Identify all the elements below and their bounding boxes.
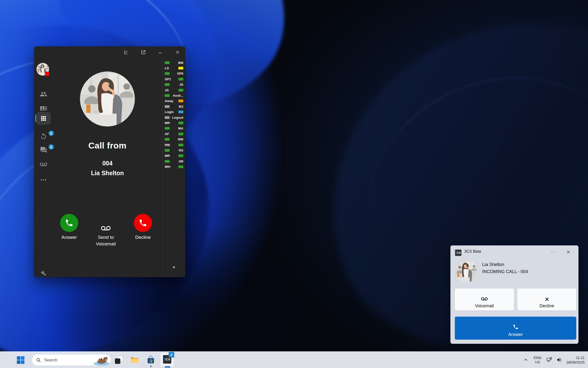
volume-button[interactable]: [556, 357, 563, 363]
app-titlebar[interactable]: [34, 46, 185, 58]
network-button[interactable]: [546, 357, 553, 363]
language-indicator[interactable]: ENG US: [533, 356, 543, 364]
blf-key-label: Logout: [172, 116, 183, 119]
blf-key[interactable]: MR: [163, 153, 185, 159]
toast-more-button[interactable]: ···: [549, 247, 558, 256]
settings-button[interactable]: [34, 268, 53, 279]
blf-key-label: RM: [165, 143, 170, 147]
blf-key[interactable]: LS: [163, 65, 185, 71]
start-button[interactable]: [15, 354, 26, 366]
blf-key-label: RS: [179, 149, 183, 152]
clock-date: 28/05/2025: [566, 360, 585, 365]
sidebar-item-dialpad[interactable]: [34, 112, 53, 125]
voicemail-icon: [40, 161, 47, 168]
answer-phone-icon: [513, 324, 519, 330]
answer-button[interactable]: Answer: [54, 214, 84, 241]
send-to-voicemail-button[interactable]: Send to Voicemail: [91, 214, 120, 247]
toast-call-info: INCOMING CALL - 004: [482, 269, 528, 274]
blf-key[interactable]: BM: [163, 60, 185, 65]
blf-status-led: [165, 149, 170, 152]
blf-key[interactable]: SP1: [163, 76, 185, 82]
sidebar-item-voicemail[interactable]: [34, 159, 53, 170]
3cx-taskbar-button[interactable]: 3CX 2: [160, 353, 174, 367]
language-code: ENG: [534, 356, 542, 360]
blf-status-led: [178, 89, 183, 92]
search-input[interactable]: Search: [32, 354, 111, 366]
blf-key-label: JS: [165, 88, 169, 92]
blf-key[interactable]: RM: [163, 142, 185, 148]
blf-status-led: [178, 67, 183, 69]
network-icon: [546, 357, 552, 363]
answer-label: Answer: [54, 234, 84, 241]
toast-decline-button[interactable]: Decline: [517, 288, 576, 310]
store-button[interactable]: [145, 354, 157, 366]
blf-key-label: Away: [165, 99, 173, 103]
3cx-notification-badge: 2: [169, 352, 174, 357]
blf-key[interactable]: WH: [163, 164, 185, 169]
blf-key-label: WH: [165, 165, 170, 169]
blf-status-led: [165, 138, 170, 141]
blf-key[interactable]: AF: [163, 131, 185, 137]
caller-photo: [80, 71, 135, 126]
blf-list: BMLSSP0SP1JSJSAvail...AwayMJLoginLogoutM…: [163, 60, 185, 170]
blf-status-led: [178, 154, 183, 157]
blf-key[interactable]: RW: [163, 137, 185, 142]
sidebar-item-team[interactable]: [34, 89, 53, 100]
settings-wrench-icon: [41, 271, 46, 276]
blf-status-led: [178, 100, 183, 102]
blf-key[interactable]: MA: [163, 126, 185, 131]
toast-voicemail-button[interactable]: Voicemail: [455, 288, 514, 310]
caller-name: Lia Shelton: [53, 170, 162, 177]
sidebar-item-history[interactable]: 1: [34, 131, 53, 142]
blf-key[interactable]: Avail...: [163, 93, 185, 98]
blf-key[interactable]: Away: [163, 98, 185, 104]
blf-status-led: [178, 111, 183, 113]
minimize-button[interactable]: [156, 48, 164, 56]
call-heading: Call from: [53, 141, 162, 150]
tray-overflow-button[interactable]: [523, 357, 529, 363]
volume-icon: [556, 357, 562, 363]
blf-status-led: [178, 78, 183, 80]
blf-key[interactable]: SP0: [163, 71, 185, 76]
blf-key[interactable]: RS: [163, 148, 185, 153]
voicemail-icon: [101, 226, 111, 232]
task-view-icon: [114, 356, 123, 364]
blf-key[interactable]: MR: [163, 120, 185, 126]
blf-key[interactable]: MJ: [163, 104, 185, 109]
blf-key-label: MR: [165, 154, 170, 158]
toast-decline-label: Decline: [519, 303, 575, 309]
3cx-app-window: 1 1: [34, 46, 185, 277]
blf-page-indicator[interactable]: [173, 266, 175, 268]
team-icon: [40, 91, 47, 98]
queue-statistics-button[interactable]: [122, 48, 130, 56]
toast-close-button[interactable]: [563, 247, 573, 256]
blf-key-label: MJ: [179, 105, 183, 108]
voicemail-label-line2: Voicemail: [96, 241, 116, 246]
toast-voicemail-label: Voicemail: [456, 303, 512, 309]
blf-status-led: [165, 61, 170, 64]
blf-key[interactable]: Login: [163, 109, 185, 115]
search-placeholder: Search: [44, 358, 92, 363]
blf-key-label: Login: [165, 110, 174, 114]
blf-key-label: SP0: [177, 72, 183, 75]
file-explorer-button[interactable]: [129, 354, 141, 366]
sidebar-item-chat[interactable]: 1: [34, 145, 53, 156]
blf-status-led: [178, 133, 183, 135]
blf-key[interactable]: JS: [163, 82, 185, 87]
toast-answer-button[interactable]: Answer: [455, 317, 576, 340]
close-button[interactable]: [173, 48, 182, 56]
blf-key-label: JW: [178, 160, 183, 163]
blf-status-led: [178, 144, 183, 146]
toast-header: 3CX 3CX Beta ···: [450, 245, 578, 258]
clock[interactable]: 11:11 28/05/2025: [566, 355, 585, 365]
user-avatar[interactable]: [36, 63, 49, 76]
blf-key[interactable]: JW: [163, 159, 185, 164]
blf-key[interactable]: JS: [163, 87, 185, 93]
decline-button[interactable]: Decline: [128, 214, 158, 241]
blf-key-label: BM: [178, 61, 183, 65]
sidebar-item-more[interactable]: [34, 174, 53, 185]
task-view-button[interactable]: [113, 354, 125, 366]
blf-key[interactable]: Logout: [163, 115, 185, 120]
blf-key-label: MA: [178, 126, 183, 130]
open-in-window-button[interactable]: [139, 48, 147, 56]
